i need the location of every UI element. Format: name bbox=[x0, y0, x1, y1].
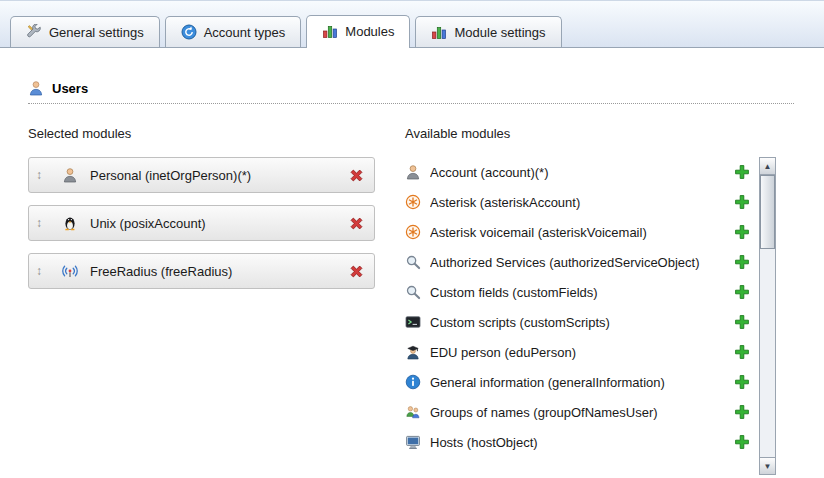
tab-general-settings[interactable]: General settings bbox=[10, 16, 160, 48]
available-module-row: Authorized Services (authorizedServiceOb… bbox=[405, 247, 750, 277]
scroll-down-button[interactable] bbox=[760, 457, 775, 474]
available-module-row: Account (account)(*) bbox=[405, 157, 750, 187]
add-module-button[interactable] bbox=[734, 434, 750, 450]
tab-modules[interactable]: Modules bbox=[306, 15, 410, 48]
users-section-header: Users bbox=[28, 80, 794, 104]
add-module-button[interactable] bbox=[734, 314, 750, 330]
add-module-button[interactable] bbox=[734, 374, 750, 390]
magnifier-icon bbox=[405, 284, 421, 300]
module-label: Account (account)(*) bbox=[430, 165, 726, 180]
available-modules-panel: Account (account)(*) Asterisk (asteriskA… bbox=[405, 157, 796, 475]
tab-label: Module settings bbox=[454, 25, 545, 40]
module-label: Custom fields (customFields) bbox=[430, 285, 726, 300]
selected-modules-heading: Selected modules bbox=[28, 126, 405, 141]
remove-module-button[interactable] bbox=[349, 168, 364, 183]
available-modules-column: Available modules Account (account)(*) A… bbox=[405, 126, 796, 475]
user-icon bbox=[28, 80, 44, 96]
add-module-button[interactable] bbox=[734, 284, 750, 300]
bar-chart-icon bbox=[322, 23, 338, 39]
add-module-button[interactable] bbox=[734, 164, 750, 180]
wrench-icon bbox=[26, 24, 42, 40]
sync-icon bbox=[181, 24, 197, 40]
module-label: EDU person (eduPerson) bbox=[430, 345, 726, 360]
tab-label: Account types bbox=[204, 25, 286, 40]
module-label: Personal (inetOrgPerson)(*) bbox=[90, 168, 349, 183]
available-modules-heading: Available modules bbox=[405, 126, 796, 141]
module-label: Unix (posixAccount) bbox=[90, 216, 349, 231]
penguin-icon bbox=[62, 215, 78, 231]
drag-handle-icon[interactable] bbox=[36, 168, 52, 182]
module-label: Authorized Services (authorizedServiceOb… bbox=[430, 255, 726, 270]
scroll-up-button[interactable] bbox=[760, 158, 775, 175]
module-label: Custom scripts (customScripts) bbox=[430, 315, 726, 330]
add-module-button[interactable] bbox=[734, 404, 750, 420]
selected-module-row: Unix (posixAccount) bbox=[28, 205, 375, 241]
computer-icon bbox=[405, 434, 421, 450]
person-icon bbox=[405, 164, 421, 180]
available-module-row: Asterisk voicemail (asteriskVoicemail) bbox=[405, 217, 750, 247]
add-module-button[interactable] bbox=[734, 224, 750, 240]
available-module-row: Custom fields (customFields) bbox=[405, 277, 750, 307]
asterisk-icon bbox=[405, 194, 421, 210]
module-label: Asterisk (asteriskAccount) bbox=[430, 195, 726, 210]
remove-module-button[interactable] bbox=[349, 216, 364, 231]
section-title: Users bbox=[52, 81, 88, 96]
terminal-icon bbox=[405, 314, 421, 330]
selected-module-row: Personal (inetOrgPerson)(*) bbox=[28, 157, 375, 193]
available-modules-scrollbar[interactable] bbox=[759, 157, 776, 475]
tab-bar: General settings Account types Modules M… bbox=[0, 1, 824, 48]
module-label: Asterisk voicemail (asteriskVoicemail) bbox=[430, 225, 726, 240]
available-module-row: General information (generalInformation) bbox=[405, 367, 750, 397]
available-module-row: Custom scripts (customScripts) bbox=[405, 307, 750, 337]
bar-chart-icon bbox=[431, 24, 447, 40]
tab-label: Modules bbox=[345, 24, 394, 39]
drag-handle-icon[interactable] bbox=[36, 264, 52, 278]
available-modules-list: Account (account)(*) Asterisk (asteriskA… bbox=[405, 157, 750, 457]
tab-account-types[interactable]: Account types bbox=[165, 16, 302, 48]
scrollbar-track[interactable] bbox=[760, 175, 775, 457]
available-module-row: Hosts (hostObject) bbox=[405, 427, 750, 457]
selected-modules-list: Personal (inetOrgPerson)(*) Unix (posixA… bbox=[28, 157, 405, 289]
person-icon bbox=[62, 167, 78, 183]
module-columns: Selected modules Personal (inetOrgPerson… bbox=[28, 126, 796, 475]
module-label: Groups of names (groupOfNamesUser) bbox=[430, 405, 726, 420]
module-label: FreeRadius (freeRadius) bbox=[90, 264, 349, 279]
modules-tab-content: Users Selected modules Personal (inetOrg… bbox=[0, 48, 824, 478]
remove-module-button[interactable] bbox=[349, 264, 364, 279]
lam-configuration-page: General settings Account types Modules M… bbox=[0, 0, 824, 478]
selected-modules-column: Selected modules Personal (inetOrgPerson… bbox=[28, 126, 405, 475]
module-label: General information (generalInformation) bbox=[430, 375, 726, 390]
selected-module-row: FreeRadius (freeRadius) bbox=[28, 253, 375, 289]
info-icon bbox=[405, 374, 421, 390]
scrollbar-thumb[interactable] bbox=[760, 175, 775, 249]
graduate-icon bbox=[405, 344, 421, 360]
drag-handle-icon[interactable] bbox=[36, 216, 52, 230]
add-module-button[interactable] bbox=[734, 344, 750, 360]
tab-module-settings[interactable]: Module settings bbox=[415, 16, 561, 48]
antenna-icon bbox=[62, 263, 78, 279]
add-module-button[interactable] bbox=[734, 194, 750, 210]
asterisk-icon bbox=[405, 224, 421, 240]
magnifier-icon bbox=[405, 254, 421, 270]
add-module-button[interactable] bbox=[734, 254, 750, 270]
available-module-row: Groups of names (groupOfNamesUser) bbox=[405, 397, 750, 427]
tab-label: General settings bbox=[49, 25, 144, 40]
available-module-row: EDU person (eduPerson) bbox=[405, 337, 750, 367]
available-module-row: Asterisk (asteriskAccount) bbox=[405, 187, 750, 217]
group-icon bbox=[405, 404, 421, 420]
module-label: Hosts (hostObject) bbox=[430, 435, 726, 450]
